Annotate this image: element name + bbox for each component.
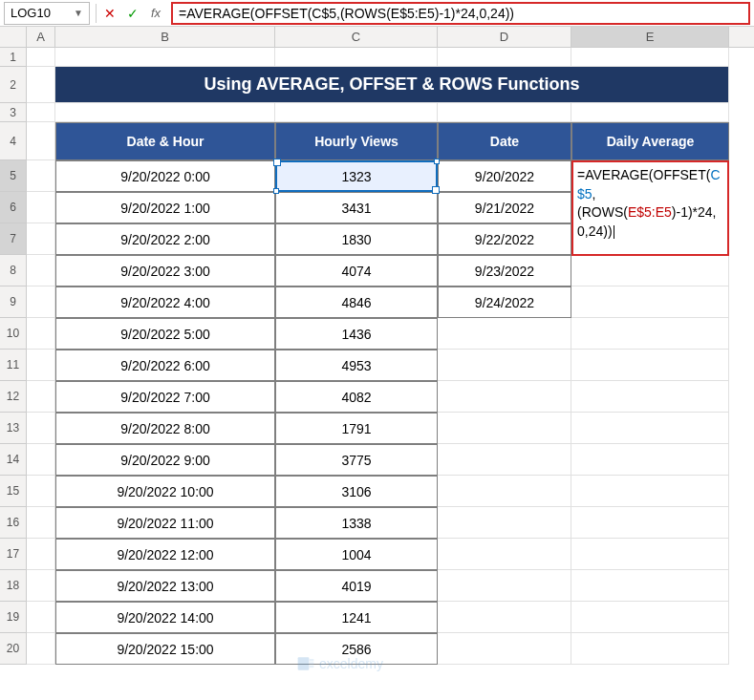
row-header-14[interactable]: 14 [0,444,27,476]
row-header-8[interactable]: 8 [0,255,27,286]
cell-D14[interactable] [438,444,571,476]
chevron-down-icon[interactable]: ▼ [74,8,83,18]
cell-D16[interactable] [438,507,571,539]
cell-E19[interactable] [571,602,729,633]
cell-A6[interactable] [27,192,55,223]
row-header-13[interactable]: 13 [0,413,27,444]
cell-B10[interactable]: 9/20/2022 5:00 [55,318,275,350]
cell-A4[interactable] [27,122,55,160]
cell-C14[interactable]: 3775 [275,444,438,476]
cell-A13[interactable] [27,413,55,444]
cell-C18[interactable]: 4019 [275,570,438,602]
cell-A12[interactable] [27,381,55,413]
cell-C5[interactable]: 1323 [275,160,438,192]
cell-D20[interactable] [438,633,571,665]
cell-C1[interactable] [275,48,438,67]
cell-E3[interactable] [571,103,729,122]
cell-B3[interactable] [55,103,275,122]
row-header-15[interactable]: 15 [0,476,27,507]
header-daily-average[interactable]: Daily Average [571,122,729,160]
cell-D13[interactable] [438,413,571,444]
cell-C3[interactable] [275,103,438,122]
cell-A7[interactable] [27,223,55,255]
row-header-17[interactable]: 17 [0,539,27,570]
cell-B19[interactable]: 9/20/2022 14:00 [55,602,275,633]
name-box[interactable]: LOG10 ▼ [4,2,90,25]
cell-C17[interactable]: 1004 [275,539,438,570]
cell-A2[interactable] [27,67,55,103]
cell-B15[interactable]: 9/20/2022 10:00 [55,476,275,507]
cell-B14[interactable]: 9/20/2022 9:00 [55,444,275,476]
cell-B11[interactable]: 9/20/2022 6:00 [55,350,275,381]
cell-A14[interactable] [27,444,55,476]
row-header-5[interactable]: 5 [0,160,27,192]
cell-A20[interactable] [27,633,55,665]
cell-B20[interactable]: 9/20/2022 15:00 [55,633,275,665]
cell-D5[interactable]: 9/20/2022 [438,160,571,192]
cell-E16[interactable] [571,507,729,539]
cell-A19[interactable] [27,602,55,633]
column-header-D[interactable]: D [438,27,571,47]
cell-B12[interactable]: 9/20/2022 7:00 [55,381,275,413]
cell-C6[interactable]: 3431 [275,192,438,223]
column-header-E[interactable]: E [571,27,729,47]
cell-E1[interactable] [571,48,729,67]
cell-D11[interactable] [438,350,571,381]
cell-E20[interactable] [571,633,729,665]
cell-C19[interactable]: 1241 [275,602,438,633]
cell-D7[interactable]: 9/22/2022 [438,223,571,255]
cell-A16[interactable] [27,507,55,539]
cell-B8[interactable]: 9/20/2022 3:00 [55,255,275,286]
row-header-2[interactable]: 2 [0,67,27,103]
cell-B1[interactable] [55,48,275,67]
cell-B5[interactable]: 9/20/2022 0:00 [55,160,275,192]
cell-C12[interactable]: 4082 [275,381,438,413]
cell-A17[interactable] [27,539,55,570]
cell-E9[interactable] [571,286,729,318]
cell-D6[interactable]: 9/21/2022 [438,192,571,223]
cell-C11[interactable]: 4953 [275,350,438,381]
cell-A9[interactable] [27,286,55,318]
cell-E11[interactable] [571,350,729,381]
cell-D9[interactable]: 9/24/2022 [438,286,571,318]
cell-E18[interactable] [571,570,729,602]
row-header-10[interactable]: 10 [0,318,27,350]
cell-A1[interactable] [27,48,55,67]
cell-D15[interactable] [438,476,571,507]
cell-D18[interactable] [438,570,571,602]
cell-D3[interactable] [438,103,571,122]
row-header-19[interactable]: 19 [0,602,27,633]
cell-A15[interactable] [27,476,55,507]
cell-E17[interactable] [571,539,729,570]
cell-D10[interactable] [438,318,571,350]
column-header-A[interactable]: A [27,27,55,47]
cell-B17[interactable]: 9/20/2022 12:00 [55,539,275,570]
cell-E5[interactable]: =AVERAGE(OFFSET(C$5,(ROWS(E$5:E5)-1)*24,… [571,160,729,192]
column-header-C[interactable]: C [275,27,438,47]
cell-A8[interactable] [27,255,55,286]
column-header-B[interactable]: B [55,27,275,47]
cell-D1[interactable] [438,48,571,67]
cancel-formula-button[interactable]: ✕ [98,2,121,25]
cell-B6[interactable]: 9/20/2022 1:00 [55,192,275,223]
cell-C8[interactable]: 4074 [275,255,438,286]
row-header-12[interactable]: 12 [0,381,27,413]
cell-E8[interactable] [571,255,729,286]
cell-C10[interactable]: 1436 [275,318,438,350]
cell-D8[interactable]: 9/23/2022 [438,255,571,286]
header-date-hour[interactable]: Date & Hour [55,122,275,160]
cell-E13[interactable] [571,413,729,444]
cell-A18[interactable] [27,570,55,602]
cell-E12[interactable] [571,381,729,413]
row-header-9[interactable]: 9 [0,286,27,318]
formula-edit-overlay[interactable]: =AVERAGE(OFFSET(C$5,(ROWS(E$5:E5)-1)*24,… [571,160,729,256]
row-header-7[interactable]: 7 [0,223,27,255]
cell-C9[interactable]: 4846 [275,286,438,318]
row-header-6[interactable]: 6 [0,192,27,223]
cell-B13[interactable]: 9/20/2022 8:00 [55,413,275,444]
row-header-3[interactable]: 3 [0,103,27,122]
cell-C7[interactable]: 1830 [275,223,438,255]
cell-D17[interactable] [438,539,571,570]
cell-E14[interactable] [571,444,729,476]
row-header-11[interactable]: 11 [0,350,27,381]
